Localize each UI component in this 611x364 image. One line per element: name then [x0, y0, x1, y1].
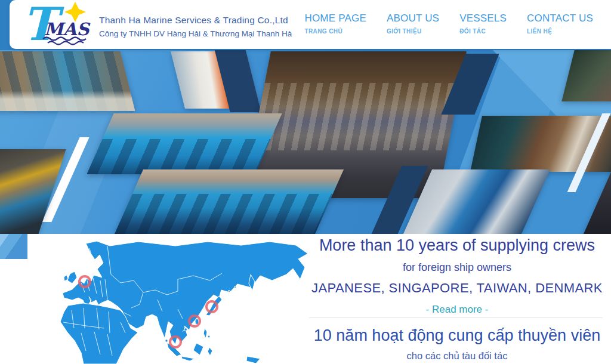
company-name-vi: Công ty TNHH DV Hàng Hải & Thương Mại Th…	[99, 30, 292, 38]
hero-collage	[0, 50, 611, 234]
tmas-logo-graphic: T MAS	[23, 2, 101, 47]
nav-sublabel: TRANG CHỦ	[304, 28, 366, 35]
map-java	[181, 356, 195, 361]
map-sri-lanka	[165, 340, 168, 342]
world-map	[50, 237, 313, 364]
tmas-logo[interactable]: T MAS	[23, 2, 101, 47]
intro-title-vi: 10 năm hoạt động cung cấp thuyền viên	[310, 326, 604, 345]
company-name-block: Thanh Ha Marine Services & Trading Co.,L…	[99, 16, 292, 38]
map-kuril	[234, 286, 236, 288]
main-nav: HOME PAGE TRANG CHỦ ABOUT US GIỚI THIỆU …	[304, 13, 593, 35]
map-uk	[67, 272, 77, 283]
nav-label: VESSELS	[459, 13, 507, 24]
header: T MAS Thanh Ha Marine Services & Trading…	[10, 0, 611, 49]
intro-subtitle: for foreign ship owners	[310, 261, 604, 274]
intro-client-countries: JAPANESE, SINGAPORE, TAIWAN, DENMARK	[310, 280, 604, 296]
section-divider	[309, 317, 603, 318]
intro-title: More than 10 years of supplying crews	[310, 236, 604, 255]
read-more-link[interactable]: - Read more -	[426, 304, 489, 316]
nav-item-contact[interactable]: CONTACT US LIÊN HỆ	[527, 13, 593, 35]
nav-item-vessels[interactable]: VESSELS ĐỐI TÁC	[459, 13, 507, 35]
nav-label: ABOUT US	[387, 13, 439, 24]
map-kuril	[228, 290, 230, 292]
hero-corner-facet	[0, 234, 27, 259]
hero-photo-crew-group	[115, 169, 344, 234]
nav-sublabel: LIÊN HỆ	[527, 28, 593, 35]
map-borneo	[193, 343, 203, 355]
intro-subtitle-vi: cho các chủ tàu đối tác	[310, 350, 604, 362]
logo-letters-mas: MAS	[44, 19, 91, 39]
intro-section-vi: 10 năm hoạt động cung cấp thuyền viên ch…	[310, 326, 604, 362]
nav-label: CONTACT US	[527, 13, 593, 24]
hero-photo-crew-selfie	[87, 113, 282, 174]
map-island	[208, 335, 210, 338]
company-name-en: Thanh Ha Marine Services & Trading Co.,L…	[99, 16, 292, 25]
map-new-guinea	[246, 356, 260, 363]
intro-section: More than 10 years of supplying crews fo…	[310, 236, 604, 316]
world-map-svg	[50, 237, 313, 364]
nav-sublabel: GIỚI THIỆU	[387, 28, 439, 35]
nav-item-home[interactable]: HOME PAGE TRANG CHỦ	[304, 13, 366, 35]
nav-label: HOME PAGE	[304, 13, 366, 24]
map-philippines	[203, 328, 207, 338]
homepage: T MAS Thanh Ha Marine Services & Trading…	[0, 0, 611, 364]
nav-sublabel: ĐỐI TÁC	[459, 28, 507, 35]
map-sulawesi	[208, 347, 212, 356]
hero-photo-crew-meeting	[0, 51, 135, 111]
nav-item-about[interactable]: ABOUT US GIỚI THIỆU	[387, 13, 439, 35]
